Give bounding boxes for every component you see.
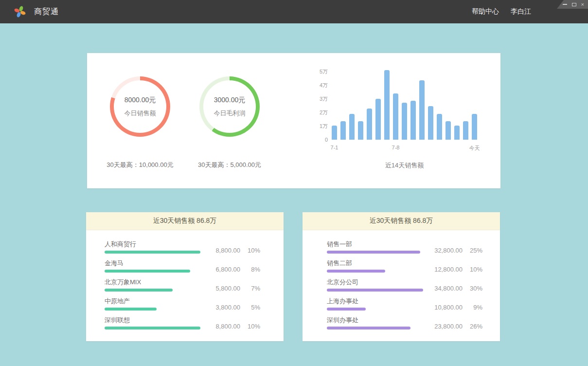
rank-bar [105, 308, 157, 311]
donut-value: 3000.00元 [214, 96, 246, 105]
rank-label: 销售一部 [327, 240, 428, 248]
sales-bar-chart: 01万2万3万4万5万 7-17-8今天 近14天销售额 [308, 67, 488, 182]
rank-row: 上海办事处 10,800.00 9% [327, 297, 482, 311]
rank-row: 深圳联想 8,800.00 10% [105, 316, 260, 329]
x-axis-tick: 7-8 [392, 145, 400, 150]
rank-left: 深圳联想 [105, 316, 205, 329]
donut-footnote: 30天最高：10,000.00元 [107, 161, 173, 169]
minimize-icon[interactable] [563, 4, 567, 5]
rank-row: 北京万象MIX 5,800.00 7% [105, 278, 260, 292]
rank-bar [327, 270, 385, 273]
today-summary-card: 8000.00元 今日销售额3000.00元 今日毛利润 01万2万3万4万5万… [87, 53, 500, 188]
rank-row: 人和商贸行 8,800.00 10% [105, 240, 260, 254]
help-center-link[interactable]: 帮助中心 [472, 7, 499, 16]
department-card-header: 近30天销售额 86.8万 [303, 212, 500, 230]
rank-left: 销售一部 [327, 240, 428, 254]
rank-row: 中原地产 3,800.00 5% [105, 297, 260, 311]
rank-values: 10,800.00 9% [430, 304, 482, 311]
bar [463, 121, 468, 140]
rank-percent: 26% [469, 323, 482, 329]
rank-amount: 5,800.00 [208, 285, 240, 292]
department-rank-list: 销售一部 32,800.00 25% 销售二部 12,800.00 10% 北京… [303, 230, 500, 329]
bar [410, 101, 416, 140]
app-logo-icon [14, 5, 26, 18]
titlebar: 商贸通 帮助中心 李白江 × [0, 0, 588, 23]
bar [393, 93, 398, 140]
donut-value: 8000.00元 [125, 96, 156, 105]
bar [340, 121, 346, 140]
bar [445, 121, 451, 140]
rank-left: 中原地产 [105, 297, 205, 311]
y-axis-tick: 2万 [308, 109, 328, 116]
bar [428, 106, 433, 140]
rank-amount: 23,800.00 [430, 323, 463, 329]
rank-percent: 10% [247, 323, 260, 329]
rank-percent: 30% [469, 285, 482, 292]
rank-values: 6,800.00 8% [208, 266, 260, 273]
rank-values: 32,800.00 25% [430, 247, 482, 254]
donut-center-text: 8000.00元 今日销售额 [110, 76, 170, 137]
rank-amount: 10,800.00 [430, 304, 463, 311]
rank-bar [327, 289, 423, 292]
rank-left: 金海马 [105, 259, 205, 273]
user-menu[interactable]: 李白江 [511, 7, 531, 16]
y-axis-tick: 5万 [308, 68, 328, 75]
bar [472, 114, 477, 140]
rank-label: 中原地产 [105, 297, 205, 305]
rank-label: 深圳办事处 [327, 316, 428, 324]
rank-amount: 8,800.00 [208, 323, 240, 329]
window-controls: × [557, 0, 588, 9]
rank-bar [105, 270, 190, 273]
customer-rank-list: 人和商贸行 8,800.00 10% 金海马 6,800.00 8% 北京万象M… [86, 230, 284, 329]
x-axis-tick: 7-1 [331, 145, 339, 150]
rank-label: 销售二部 [327, 259, 428, 267]
rank-bar [105, 251, 200, 254]
chart-bars [332, 70, 477, 140]
customer-card-header: 近30天销售额 86.8万 [86, 212, 284, 230]
rank-left: 北京万象MIX [105, 278, 205, 292]
rank-bar [327, 308, 366, 311]
rank-row: 深圳办事处 23,800.00 26% [327, 316, 482, 329]
rank-amount: 12,800.00 [430, 266, 463, 273]
chart-title: 近14天销售额 [332, 161, 477, 170]
donut-label: 今日销售额 [125, 109, 156, 118]
rank-amount: 8,800.00 [208, 247, 240, 254]
rank-percent: 8% [247, 266, 260, 273]
rank-left: 上海办事处 [327, 297, 428, 311]
rank-values: 5,800.00 7% [208, 285, 260, 292]
rank-label: 深圳联想 [105, 316, 205, 324]
rank-amount: 32,800.00 [430, 247, 463, 254]
rank-values: 8,800.00 10% [208, 323, 260, 329]
rank-left: 人和商贸行 [105, 240, 205, 254]
rank-row: 金海马 6,800.00 8% [105, 259, 260, 273]
bar [375, 99, 381, 140]
rank-values: 23,800.00 26% [430, 323, 482, 329]
bar [349, 114, 355, 140]
brand: 商贸通 [14, 0, 59, 23]
bar [419, 80, 425, 140]
x-axis-tick: 今天 [469, 145, 480, 152]
close-icon[interactable]: × [581, 2, 584, 7]
rank-bar [105, 327, 200, 329]
bar [437, 114, 442, 140]
y-axis-tick: 3万 [308, 95, 328, 102]
maximize-icon[interactable] [572, 3, 576, 6]
department-sales-card: 近30天销售额 86.8万 销售一部 32,800.00 25% 销售二部 12… [303, 212, 500, 341]
rank-amount: 6,800.00 [208, 266, 240, 273]
rank-label: 人和商贸行 [105, 240, 205, 248]
donut-chart-profit: 3000.00元 今日毛利润 [199, 76, 260, 137]
rank-left: 北京分公司 [327, 278, 428, 292]
rank-values: 8,800.00 10% [208, 247, 260, 254]
y-axis-tick: 0 [308, 136, 328, 143]
rank-percent: 25% [469, 247, 482, 254]
y-axis-tick: 4万 [308, 82, 328, 89]
app-title: 商贸通 [34, 7, 59, 17]
donut-ring: 3000.00元 今日毛利润 [199, 76, 260, 137]
donut-center-text: 3000.00元 今日毛利润 [199, 76, 260, 137]
app-window: 商贸通 帮助中心 李白江 × 8000.00元 今日销售额3000.00元 今日… [0, 0, 588, 366]
donut-label: 今日毛利润 [214, 109, 246, 118]
bar [384, 70, 390, 140]
rank-bar [327, 327, 410, 329]
donut-ring: 8000.00元 今日销售额 [110, 76, 170, 137]
rank-bar [105, 289, 173, 292]
